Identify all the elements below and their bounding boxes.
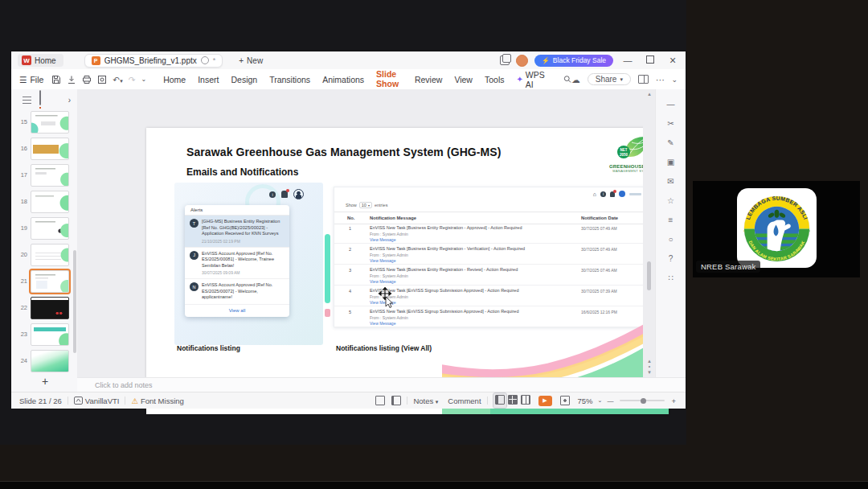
help-icon[interactable]: ? — [656, 254, 686, 263]
apps-icon[interactable]: ∷ — [656, 273, 686, 282]
slide-thumbnail[interactable] — [31, 270, 69, 293]
slide-thumbnail[interactable] — [31, 323, 69, 346]
undo-button[interactable]: ↶▾ — [113, 75, 122, 84]
ribbon-tab[interactable]: Animations — [321, 72, 365, 87]
search-icon[interactable] — [563, 75, 571, 84]
slide-canvas[interactable]: Sarawak Greenhouse Gas Management System… — [146, 128, 669, 414]
slideshow-play-button[interactable]: ▶ — [538, 396, 552, 406]
task-window-icon[interactable] — [375, 396, 385, 405]
settings-icon[interactable]: ≡ — [656, 216, 686, 224]
cell-message: EnVISS New Task [Business Entity Registr… — [370, 225, 571, 230]
slide-thumbnail[interactable] — [31, 164, 69, 187]
share-button[interactable]: Share ▾ — [588, 73, 631, 85]
caption-right[interactable]: Notifications listing (View All) — [336, 344, 432, 352]
slide-thumbnail[interactable] — [31, 138, 69, 160]
collapse-ribbon-icon[interactable]: ⌄ — [671, 76, 678, 84]
sidebar-toggle-icon[interactable] — [638, 75, 649, 84]
ribbon-tab[interactable]: Tools — [484, 72, 506, 87]
comment-panel-icon[interactable]: ✉ — [656, 177, 686, 186]
cell-date: 30/7/2025 07:39 AM — [581, 289, 617, 294]
ribbon-tab[interactable]: Home — [162, 72, 186, 87]
restore-button[interactable] — [642, 51, 658, 69]
reading-view-button[interactable] — [519, 393, 532, 408]
slide-indicator: Slide 21 / 26 — [19, 397, 62, 405]
slide-sorter-button[interactable] — [506, 393, 519, 408]
next-slide-icon[interactable]: ▾ — [643, 369, 656, 375]
ribbon: ☰ File ↶▾ ↷ ⌄ HomeInsertDesignTransition… — [11, 69, 686, 90]
ribbon-tab[interactable]: View — [453, 72, 473, 87]
ribbon-tab[interactable]: Insert — [197, 72, 219, 87]
notes-area[interactable]: Click to add notes — [77, 377, 686, 392]
zoom-out-button[interactable]: — — [607, 397, 613, 405]
promo-button[interactable]: ⚡ Black Friday Sale — [534, 55, 613, 67]
zoom-slider-knob[interactable] — [641, 398, 646, 404]
redo-button[interactable]: ↷ — [129, 75, 136, 84]
export-icon[interactable] — [67, 75, 76, 84]
save-icon[interactable] — [51, 75, 61, 84]
ribbon-tab[interactable]: Design — [230, 72, 258, 87]
outline-view-icon[interactable] — [23, 97, 31, 104]
slide-thumbnail[interactable] — [31, 217, 69, 240]
tab-wps-ai[interactable]: ✦ WPS AI — [515, 68, 553, 92]
notes-toggle[interactable]: Notes ▾ — [413, 397, 438, 405]
table-row: 3 EnVISS New Task [Business Entity Regis… — [334, 265, 659, 286]
home-tab[interactable]: W Home — [18, 54, 63, 67]
slide-subtitle[interactable]: Emails and Notifications — [186, 166, 298, 178]
fit-slide-icon[interactable] — [560, 396, 570, 405]
slide-thumbnail[interactable] — [31, 191, 69, 213]
portal-navbar-icons: ⌂ i — [593, 191, 641, 197]
font-missing-label[interactable]: Font Missing — [141, 397, 184, 405]
slide-thumbnail[interactable] — [31, 111, 69, 134]
print-preview-icon[interactable] — [97, 75, 107, 84]
caption-left[interactable]: Notifications listing — [177, 344, 240, 352]
zoom-level[interactable]: 75% — [578, 397, 593, 405]
scrollbar-thumb[interactable] — [647, 261, 651, 290]
comment-button[interactable]: Comment — [448, 397, 481, 405]
slide-view-toggle[interactable] — [39, 91, 41, 109]
new-tab-button[interactable]: + New — [239, 56, 263, 65]
ribbon-tab[interactable]: Slide Show — [375, 67, 403, 92]
qat-chevron-icon[interactable]: ⌄ — [141, 76, 146, 83]
printer-icon[interactable] — [82, 75, 92, 84]
slide-thumbnail[interactable] — [31, 350, 69, 372]
collapse-icon[interactable]: — — [656, 100, 686, 109]
play-from-current-icon[interactable] — [391, 396, 401, 405]
previous-slide-icon[interactable]: ▴ — [643, 358, 656, 364]
ai-assistant-icon[interactable]: ✎ — [656, 138, 686, 147]
slide-thumbnail[interactable] — [31, 297, 69, 319]
collapse-panel-icon[interactable]: › — [68, 96, 71, 105]
slide-thumbnail[interactable] — [31, 244, 69, 266]
shapes-icon[interactable]: ▣ — [656, 158, 686, 166]
ribbon-tab[interactable]: Review — [414, 72, 443, 87]
document-tab[interactable]: P GHGMS_Briefing_v1.pptx * — [84, 54, 223, 68]
document-scrollbar[interactable]: ▴ ▴ • ▾ — [643, 89, 656, 378]
add-slide-button[interactable]: + — [42, 375, 48, 388]
slide-title[interactable]: Sarawak Greenhouse Gas Management System… — [186, 146, 502, 158]
theme-name[interactable]: VanillaVTI — [85, 397, 120, 405]
tab-list-icon[interactable] — [500, 55, 510, 65]
history-icon[interactable]: ○ — [656, 235, 686, 244]
cloud-sync-icon[interactable]: ☁ — [571, 75, 580, 84]
panel-scrollbar[interactable] — [73, 250, 76, 353]
alerts-header: Alerts — [185, 205, 289, 216]
format-tools-icon[interactable]: ✂ — [656, 119, 686, 128]
more-options-icon[interactable]: ⋯ — [656, 75, 665, 84]
cell-from: From : System Admin — [370, 315, 408, 320]
slide-number: 16 — [14, 145, 27, 152]
file-menu[interactable]: ☰ File — [19, 75, 43, 84]
ribbon-tab[interactable]: Transitions — [268, 72, 311, 87]
wps-ai-label: WPS AI — [526, 70, 552, 89]
participant-tile[interactable]: LEMBAGA SUMBER ASLI DAN ALAM SEKITAR SAR… — [693, 181, 860, 277]
scroll-up-icon[interactable]: ▴ — [643, 91, 656, 97]
zoom-slider[interactable] — [620, 400, 665, 401]
table-row: 2 EnVISS New Task [Business Entity Regis… — [334, 244, 659, 265]
slide-nav-buttons[interactable]: ▴ • ▾ — [643, 358, 656, 375]
alerts-screenshot[interactable]: i Alerts T [GHG-MS] Business Entity Regi… — [174, 183, 323, 345]
zoom-in-button[interactable]: + — [671, 397, 676, 405]
screen: LEMBAGA SUMBER ASLI DAN ALAM SEKITAR SAR… — [0, 0, 868, 489]
normal-view-button[interactable] — [493, 393, 506, 408]
account-avatar[interactable] — [516, 55, 528, 67]
close-button[interactable]: × — [665, 51, 681, 69]
minimize-button[interactable]: — — [620, 51, 636, 69]
favorites-icon[interactable]: ☆ — [656, 196, 686, 205]
